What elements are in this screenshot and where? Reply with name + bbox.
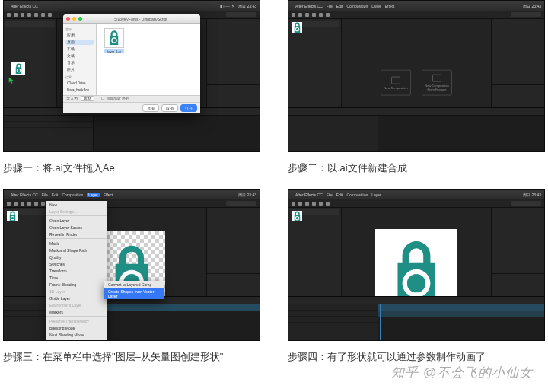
close-icon[interactable] xyxy=(66,17,70,21)
svg-point-22 xyxy=(130,270,134,274)
svg-point-8 xyxy=(17,71,18,72)
timeline-panel[interactable] xyxy=(4,296,260,340)
tool-selection-icon[interactable] xyxy=(7,13,11,17)
menu-item[interactable]: Open Layer xyxy=(46,217,107,224)
svg-point-2 xyxy=(18,69,19,69)
menu-item[interactable]: Next Blending Mode xyxy=(46,331,107,338)
svg-point-14 xyxy=(113,42,114,43)
svg-point-40 xyxy=(406,289,410,293)
menu-item[interactable]: Markers xyxy=(46,308,107,315)
menu-item[interactable]: Switches xyxy=(46,260,107,267)
timeline-panel[interactable] xyxy=(288,107,544,151)
svg-point-19 xyxy=(11,216,13,218)
screenshot-2: After Effects CC File Edit Composition L… xyxy=(288,0,545,152)
menu-item[interactable]: Open Layer Source xyxy=(46,224,107,231)
ae-toolbar xyxy=(4,199,260,208)
cancel-button[interactable]: 取消 xyxy=(161,104,178,112)
menubar-appname: After Effects CC xyxy=(11,4,38,8)
sidebar-item[interactable]: 音乐 xyxy=(65,60,94,65)
menu-item[interactable]: Time xyxy=(46,274,107,281)
menu-item[interactable]: New xyxy=(46,201,107,208)
menu-item: Preserve Transparency xyxy=(46,317,107,324)
finder-file-area[interactable]: layer_1.ai xyxy=(97,24,200,95)
zoom-icon[interactable] xyxy=(78,17,82,21)
svg-point-4 xyxy=(18,72,19,72)
menu-item[interactable]: Blending Mode xyxy=(46,324,107,331)
sidebar-item[interactable]: 文稿 xyxy=(65,53,94,59)
menu-item-create-shapes[interactable]: Create Shapes from Vector Layer xyxy=(104,288,164,299)
help-search[interactable] xyxy=(226,12,256,17)
tool-pen-icon[interactable] xyxy=(41,13,45,17)
project-thumbnail[interactable] xyxy=(292,22,302,33)
menu-layer-open[interactable]: Layer xyxy=(87,193,100,197)
menu-item: Convert to Layered Comp xyxy=(104,281,164,288)
menu-item[interactable]: Guide Layer xyxy=(46,295,107,301)
svg-point-38 xyxy=(422,273,426,277)
tool-hand-icon[interactable] xyxy=(14,13,18,17)
svg-point-13 xyxy=(116,40,116,40)
tool-zoom-icon[interactable] xyxy=(21,13,24,17)
screenshot-4: After Effects CC File Edit Composition L… xyxy=(288,189,545,341)
menu-item[interactable]: Reveal in Finder xyxy=(46,231,107,237)
tool-rotate-icon[interactable] xyxy=(27,13,31,17)
project-item-lock-ai[interactable] xyxy=(11,62,25,75)
macos-menubar: After Effects CC File Edit Composition L… xyxy=(4,190,260,199)
svg-point-35 xyxy=(425,282,430,286)
sidebar-item[interactable]: 影片 xyxy=(65,67,94,72)
finder-sidebar: 喜好 应用 桌面 下载 文稿 音乐 影片 位置 iCloud Drive Dat… xyxy=(63,24,97,95)
svg-point-12 xyxy=(113,38,114,39)
sequence-checkbox-label[interactable]: Illustrator 序列 xyxy=(107,97,129,100)
sidebar-item[interactable]: Data_back.fou xyxy=(65,88,94,93)
step-4: After Effects CC File Edit Composition L… xyxy=(288,189,545,364)
sidebar-item[interactable]: iCloud Drive xyxy=(65,81,94,86)
ae-toolbar xyxy=(288,11,544,19)
step-3: After Effects CC File Edit Composition L… xyxy=(3,189,260,364)
new-composition-tile[interactable]: New Composition xyxy=(381,70,411,96)
timeline-panel[interactable] xyxy=(4,107,260,151)
menu-item[interactable]: Track Matte xyxy=(46,338,107,341)
cursor-icon xyxy=(8,77,14,84)
footage-icon xyxy=(432,75,441,82)
svg-point-37 xyxy=(403,282,408,286)
tool-shape-icon[interactable] xyxy=(34,13,38,17)
menu-item: Environment Layer xyxy=(46,301,107,308)
watermark: 知乎 @不会飞的小仙女 xyxy=(391,364,533,381)
ae-toolbar xyxy=(288,199,544,208)
menu-item[interactable]: Transform xyxy=(46,267,107,274)
menu-item: Layer Settings… xyxy=(46,208,107,215)
layer-submenu-create: Convert to Layered Comp Create Shapes fr… xyxy=(104,281,164,299)
import-as-label: 导入为: xyxy=(66,97,78,100)
svg-point-15 xyxy=(112,40,113,40)
project-thumbnail[interactable] xyxy=(7,211,18,221)
import-as-select[interactable]: 素材 xyxy=(81,96,94,101)
menu-item[interactable]: Mask and Shape Path xyxy=(46,247,107,253)
sidebar-item[interactable]: 下载 xyxy=(65,46,94,52)
caption-step2: 步骤二：以.ai文件新建合成 xyxy=(288,161,545,175)
file-item-ai[interactable]: layer_1.ai xyxy=(104,28,124,53)
macos-menubar: After Effects CC File Edit Composition L… xyxy=(288,190,544,199)
svg-point-6 xyxy=(19,69,20,69)
project-thumbnail[interactable] xyxy=(292,211,302,221)
timeline-panel[interactable] xyxy=(288,296,544,340)
menu-item: 3D Layer xyxy=(46,288,107,295)
sidebar-item[interactable]: 桌面 xyxy=(65,40,94,45)
menu-item[interactable]: Frame Blending xyxy=(46,281,107,288)
svg-point-11 xyxy=(112,38,116,42)
minimize-icon[interactable] xyxy=(72,17,76,21)
menu-item[interactable]: Quality xyxy=(46,253,107,260)
screenshot-1: After Effects CC ◧ ⋯ ⚡︎ 周日 23:43 xyxy=(3,0,260,152)
svg-point-31 xyxy=(295,216,298,218)
tool-text-icon[interactable] xyxy=(48,13,52,17)
new-comp-from-footage-tile[interactable]: New Composition From Footage xyxy=(422,70,452,96)
svg-point-34 xyxy=(414,270,419,275)
svg-point-5 xyxy=(17,70,18,71)
options-button[interactable]: 选项 xyxy=(142,104,159,112)
menubar-status-icons: ◧ ⋯ ⚡︎ xyxy=(220,3,234,8)
new-comp-icon xyxy=(391,76,400,84)
open-button[interactable]: 打开 xyxy=(180,104,197,112)
svg-point-39 xyxy=(422,289,426,293)
svg-point-3 xyxy=(20,70,21,71)
menu-item[interactable]: Mask xyxy=(46,240,107,247)
sidebar-item[interactable]: 应用 xyxy=(65,33,94,38)
screenshot-3: After Effects CC File Edit Composition L… xyxy=(3,189,260,341)
